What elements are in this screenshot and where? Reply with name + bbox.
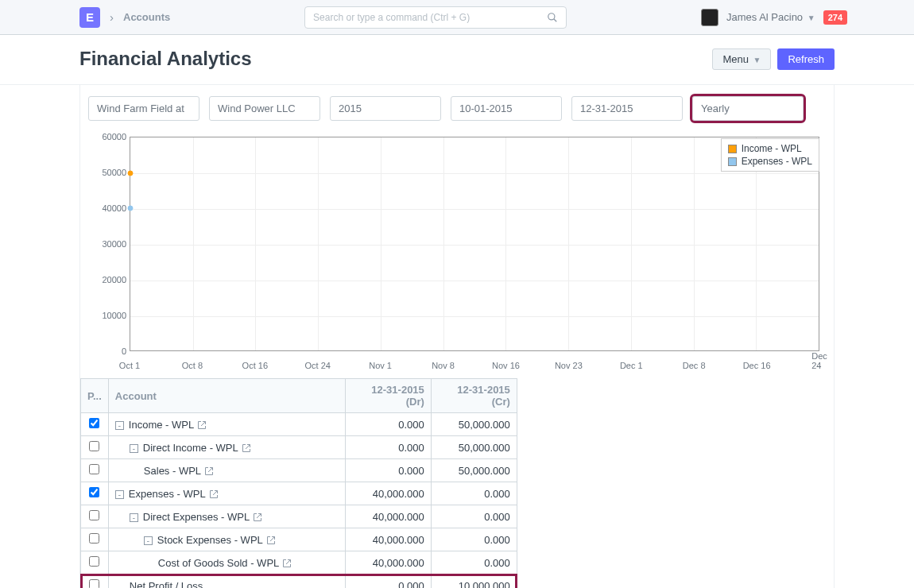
account-label[interactable]: Direct Expenses - WPL bbox=[143, 511, 250, 523]
filter-fiscal-year[interactable]: 2015 bbox=[330, 96, 441, 121]
table-row: Net Profit / Loss0.00010,000.000 bbox=[81, 574, 517, 589]
notification-badge[interactable]: 274 bbox=[823, 10, 847, 25]
external-link-icon[interactable] bbox=[204, 466, 214, 476]
external-link-icon[interactable] bbox=[282, 559, 292, 568]
svg-line-1 bbox=[554, 18, 557, 21]
chart-legend: Income - WPLExpenses - WPL bbox=[721, 138, 819, 172]
data-point bbox=[128, 206, 134, 211]
top-navbar: E › Accounts James Al Pacino ▼ 274 bbox=[0, 0, 914, 35]
cr-cell: 10,000.000 bbox=[431, 574, 517, 589]
y-tick: 50000 bbox=[88, 168, 126, 177]
x-tick: Nov 23 bbox=[555, 361, 583, 370]
data-point bbox=[128, 170, 134, 176]
plot-checkbox[interactable] bbox=[89, 487, 99, 497]
x-tick: Dec 8 bbox=[683, 361, 706, 370]
user-menu[interactable]: James Al Pacino ▼ bbox=[726, 11, 815, 23]
account-label[interactable]: Sales - WPL bbox=[144, 465, 201, 477]
external-link-icon[interactable] bbox=[253, 513, 262, 522]
account-label[interactable]: Cost of Goods Sold - WPL bbox=[158, 557, 279, 569]
page-header: Financial Analytics Menu ▼ Refresh bbox=[0, 35, 914, 85]
search-input[interactable] bbox=[313, 12, 547, 23]
chevron-down-icon: ▼ bbox=[753, 56, 761, 64]
plot-checkbox[interactable] bbox=[89, 441, 99, 451]
chevron-down-icon: ▼ bbox=[807, 14, 815, 22]
accounts-table: P... Account 12-31-2015 (Dr) 12-31-2015 … bbox=[80, 378, 517, 588]
external-link-icon[interactable] bbox=[266, 536, 276, 545]
table-row: Cost of Goods Sold - WPL40,000.0000.000 bbox=[81, 551, 517, 574]
search-icon bbox=[547, 12, 558, 23]
tree-toggle[interactable]: - bbox=[115, 421, 124, 430]
dr-cell: 0.000 bbox=[345, 436, 431, 459]
app-logo[interactable]: E bbox=[79, 7, 100, 28]
plot-checkbox[interactable] bbox=[89, 533, 99, 544]
x-tick: Oct 8 bbox=[182, 361, 203, 370]
account-label[interactable]: Direct Income - WPL bbox=[143, 442, 238, 454]
y-tick: 60000 bbox=[88, 132, 126, 141]
chevron-right-icon: › bbox=[110, 10, 114, 24]
tree-toggle[interactable]: - bbox=[130, 444, 138, 453]
cr-cell: 50,000.000 bbox=[431, 413, 517, 436]
col-account[interactable]: Account bbox=[108, 379, 345, 413]
tree-toggle[interactable]: - bbox=[130, 513, 138, 522]
cr-cell: 0.000 bbox=[431, 482, 517, 505]
x-tick: Nov 8 bbox=[432, 361, 455, 370]
plot-checkbox[interactable] bbox=[89, 464, 99, 474]
x-tick: Dec 24 bbox=[811, 351, 827, 370]
col-cr[interactable]: 12-31-2015 (Cr) bbox=[431, 379, 517, 413]
x-tick: Oct 24 bbox=[305, 361, 331, 370]
dr-cell: 40,000.000 bbox=[345, 505, 431, 528]
table-row: -Income - WPL0.00050,000.000 bbox=[81, 413, 517, 436]
refresh-button[interactable]: Refresh bbox=[777, 48, 835, 70]
global-search[interactable] bbox=[304, 6, 567, 29]
table-row: -Direct Income - WPL0.00050,000.000 bbox=[81, 436, 517, 459]
dr-cell: 40,000.000 bbox=[345, 551, 431, 574]
x-tick: Oct 16 bbox=[242, 361, 268, 370]
svg-point-0 bbox=[548, 13, 555, 19]
external-link-icon[interactable] bbox=[197, 420, 207, 430]
cr-cell: 0.000 bbox=[431, 551, 517, 574]
cr-cell: 0.000 bbox=[431, 528, 517, 551]
dr-cell: 0.000 bbox=[345, 574, 431, 589]
menu-button-label: Menu bbox=[722, 53, 749, 65]
breadcrumb-accounts[interactable]: Accounts bbox=[123, 11, 170, 23]
dr-cell: 40,000.000 bbox=[345, 482, 431, 505]
cr-cell: 50,000.000 bbox=[431, 459, 517, 482]
filter-to-date[interactable]: 12-31-2015 bbox=[571, 96, 683, 121]
menu-button[interactable]: Menu ▼ bbox=[712, 48, 771, 70]
x-tick: Dec 1 bbox=[620, 361, 643, 370]
dr-cell: 0.000 bbox=[345, 413, 431, 436]
filter-range[interactable]: Yearly bbox=[692, 96, 804, 121]
table-row: Sales - WPL0.00050,000.000 bbox=[81, 459, 517, 482]
cr-cell: 50,000.000 bbox=[431, 436, 517, 459]
chart: Income - WPLExpenses - WPL 0100002000030… bbox=[88, 132, 826, 370]
col-plot[interactable]: P... bbox=[81, 379, 109, 413]
filters-row: Wind Farm Field at Wind Power LLC 2015 1… bbox=[80, 85, 834, 132]
filter-from-date[interactable]: 10-01-2015 bbox=[451, 96, 562, 121]
account-label[interactable]: Income - WPL bbox=[129, 419, 194, 431]
tree-toggle[interactable]: - bbox=[115, 490, 124, 499]
x-tick: Dec 16 bbox=[743, 361, 771, 370]
account-label[interactable]: Stock Expenses - WPL bbox=[157, 534, 263, 546]
page-title: Financial Analytics bbox=[79, 48, 252, 70]
y-tick: 10000 bbox=[88, 311, 126, 320]
external-link-icon[interactable] bbox=[242, 443, 251, 453]
y-tick: 30000 bbox=[88, 239, 126, 249]
dr-cell: 40,000.000 bbox=[345, 528, 431, 551]
col-dr[interactable]: 12-31-2015 (Dr) bbox=[345, 379, 431, 413]
y-tick: 40000 bbox=[88, 203, 126, 213]
cr-cell: 0.000 bbox=[431, 505, 517, 528]
account-label[interactable]: Net Profit / Loss bbox=[130, 580, 203, 589]
plot-checkbox[interactable] bbox=[89, 556, 99, 567]
user-avatar[interactable] bbox=[701, 9, 718, 26]
plot-checkbox[interactable] bbox=[89, 418, 99, 428]
y-tick: 20000 bbox=[88, 275, 126, 284]
plot-checkbox[interactable] bbox=[89, 579, 99, 588]
account-label[interactable]: Expenses - WPL bbox=[129, 488, 206, 500]
tree-toggle[interactable]: - bbox=[144, 536, 153, 545]
plot-checkbox[interactable] bbox=[89, 510, 99, 520]
legend-item: Income - WPL bbox=[728, 142, 812, 155]
y-tick: 0 bbox=[88, 346, 126, 356]
filter-cost-center[interactable]: Wind Farm Field at bbox=[88, 96, 199, 121]
filter-company[interactable]: Wind Power LLC bbox=[209, 96, 320, 121]
external-link-icon[interactable] bbox=[209, 489, 219, 499]
